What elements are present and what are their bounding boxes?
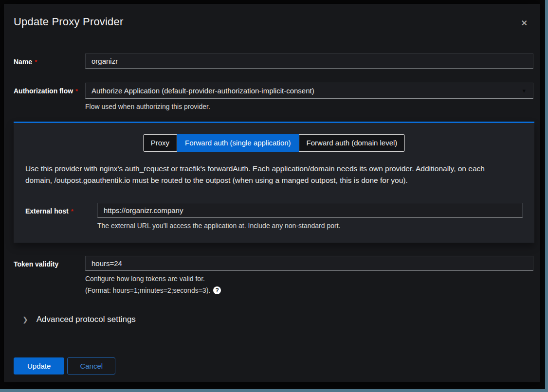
name-label-col: Name* bbox=[14, 53, 85, 69]
window-frame-bottom bbox=[0, 389, 548, 392]
external-host-label: External host bbox=[25, 207, 69, 215]
name-field-row: Name* bbox=[14, 53, 533, 69]
advanced-protocol-settings-label: Advanced protocol settings bbox=[37, 315, 136, 324]
token-validity-label: Token validity bbox=[14, 260, 58, 268]
tab-forward-auth-single-application[interactable]: Forward auth (single application) bbox=[177, 134, 299, 152]
required-asterisk: * bbox=[75, 88, 78, 95]
update-button[interactable]: Update bbox=[14, 357, 64, 374]
external-host-label-col: External host* bbox=[25, 203, 97, 230]
tab-proxy[interactable]: Proxy bbox=[143, 134, 177, 152]
close-icon[interactable]: ✕ bbox=[518, 18, 530, 29]
update-proxy-provider-modal: Update Proxy Provider ✕ Name* Authorizat… bbox=[4, 4, 540, 382]
required-asterisk: * bbox=[35, 58, 37, 66]
required-asterisk: * bbox=[71, 208, 73, 215]
external-host-help: The external URL you'll access the appli… bbox=[97, 222, 523, 230]
tab-forward-auth-domain-level[interactable]: Forward auth (domain level) bbox=[299, 134, 405, 152]
cancel-button[interactable]: Cancel bbox=[67, 357, 115, 374]
chevron-right-icon: ❯ bbox=[22, 316, 28, 323]
authorization-flow-select[interactable]: Authorize Application (default-provider-… bbox=[85, 83, 533, 99]
authorization-flow-label: Authorization flow bbox=[14, 87, 73, 95]
token-validity-input[interactable] bbox=[85, 256, 533, 271]
forward-auth-description: Use this provider with nginx's auth_requ… bbox=[25, 163, 512, 186]
screenshot-frame: Update Proxy Provider ✕ Name* Authorizat… bbox=[0, 0, 548, 392]
external-host-input[interactable] bbox=[97, 203, 523, 218]
modal-header: Update Proxy Provider ✕ bbox=[4, 4, 540, 29]
name-input[interactable] bbox=[85, 53, 533, 69]
token-validity-label-col: Token validity bbox=[14, 256, 85, 294]
modal-footer: Update Cancel bbox=[14, 357, 533, 374]
external-host-row: External host* The external URL you'll a… bbox=[25, 203, 523, 230]
authorization-flow-help: Flow used when authorizing this provider… bbox=[85, 103, 533, 110]
window-frame-right bbox=[545, 0, 548, 392]
token-validity-help-2: (Format: hours=1;minutes=2;seconds=3). ? bbox=[85, 286, 533, 294]
name-label: Name bbox=[14, 58, 32, 66]
question-circle-icon[interactable]: ? bbox=[213, 286, 221, 294]
proxy-mode-toggle-group: Proxy Forward auth (single application) … bbox=[25, 134, 523, 152]
modal-title: Update Proxy Provider bbox=[14, 16, 124, 28]
authorization-flow-row: Authorization flow* Authorize Applicatio… bbox=[14, 83, 533, 110]
advanced-protocol-settings-toggle[interactable]: ❯ Advanced protocol settings bbox=[22, 315, 533, 324]
proxy-mode-card: Proxy Forward auth (single application) … bbox=[14, 122, 534, 243]
provider-form: Name* Authorization flow* Authorize Appl… bbox=[4, 53, 540, 374]
token-validity-row: Token validity Configure how long tokens… bbox=[14, 256, 533, 294]
token-validity-format-text: (Format: hours=1;minutes=2;seconds=3). bbox=[85, 286, 210, 294]
authorization-flow-label-col: Authorization flow* bbox=[14, 83, 85, 110]
token-validity-help-1: Configure how long tokens are valid for. bbox=[85, 275, 533, 283]
